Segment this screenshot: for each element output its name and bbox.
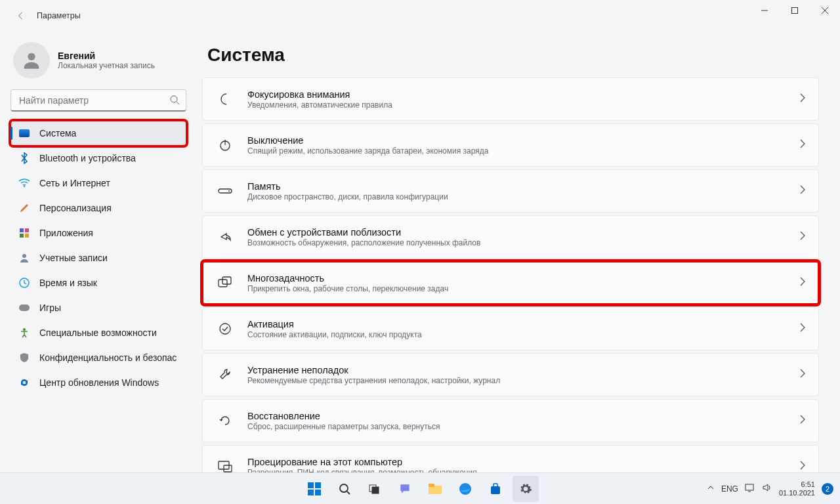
tile-power[interactable]: ВыключениеСпящий режим, использование за…	[202, 123, 819, 167]
clock[interactable]: 6:51 01.10.2021	[779, 480, 815, 497]
tile-subtitle: Уведомления, автоматические правила	[247, 100, 800, 110]
minimize-button[interactable]	[749, 0, 780, 21]
tile-subtitle: Разрешения, ПИН-код связывания, возможно…	[247, 468, 800, 473]
display-icon	[18, 127, 30, 139]
svg-line-30	[347, 492, 350, 494]
user-subtitle: Локальная учетная запись	[58, 61, 155, 70]
tile-recovery[interactable]: ВосстановлениеСброс, расширенные парамет…	[202, 399, 819, 442]
maximize-button[interactable]	[780, 0, 810, 21]
close-button[interactable]	[810, 0, 840, 21]
nav-label: Время и язык	[39, 278, 97, 288]
tile-title: Устранение неполадок	[247, 365, 800, 375]
tile-subtitle: Состояние активации, подписки, ключ прод…	[247, 330, 800, 339]
tile-subtitle: Дисковое пространство, диски, правила ко…	[247, 192, 800, 201]
nav-item-bluetooth[interactable]: Bluetooth и устройства	[10, 146, 186, 171]
svg-point-29	[340, 484, 348, 492]
nav-item-account[interactable]: Учетные записи	[10, 245, 186, 270]
svg-point-15	[23, 328, 26, 331]
nav-item-time[interactable]: Время и язык	[10, 270, 186, 295]
nav-label: Центр обновления Windows	[39, 377, 159, 388]
tray-chevron-icon[interactable]	[707, 484, 715, 494]
explorer-button[interactable]	[422, 476, 448, 502]
svg-point-19	[228, 190, 230, 192]
time-icon	[18, 277, 30, 289]
bluetooth-icon	[18, 152, 30, 164]
tile-multitask[interactable]: МногозадачностьПрикрепить окна, рабочие …	[202, 261, 819, 304]
edge-button[interactable]	[452, 476, 478, 502]
svg-rect-32	[372, 487, 379, 494]
nav-label: Приложения	[39, 228, 93, 238]
nav-item-games[interactable]: Игры	[10, 295, 186, 320]
power-icon	[216, 138, 234, 152]
chevron-right-icon	[800, 139, 805, 151]
window-title: Параметры	[37, 11, 81, 20]
svg-rect-37	[494, 484, 497, 487]
user-name: Евгений	[58, 51, 155, 61]
tile-storage[interactable]: ПамятьДисковое пространство, диски, прав…	[202, 169, 819, 213]
settings-button[interactable]	[513, 476, 539, 502]
nav-item-apps[interactable]: Приложения	[10, 220, 186, 245]
chevron-right-icon	[800, 185, 805, 197]
nav-item-privacy[interactable]: Конфиденциальность и безопас	[10, 345, 186, 370]
moon-icon	[216, 93, 234, 106]
tile-subtitle: Прикрепить окна, рабочие столы, переключ…	[247, 284, 800, 293]
avatar	[13, 42, 50, 79]
tile-share[interactable]: Обмен с устройствами поблизостиВозможнос…	[202, 215, 819, 259]
svg-point-4	[28, 53, 35, 60]
tile-moon[interactable]: Фокусировка вниманияУведомления, автомат…	[202, 77, 819, 121]
share-icon	[216, 230, 234, 243]
svg-rect-25	[308, 482, 314, 488]
window-controls	[749, 0, 840, 32]
nav-label: Сеть и Интернет	[39, 178, 110, 188]
tile-wrench[interactable]: Устранение неполадокРекомендуемые средст…	[202, 353, 819, 396]
apps-icon	[18, 227, 30, 239]
nav-label: Конфиденциальность и безопас	[39, 352, 177, 363]
taskbar-center	[301, 476, 539, 502]
tile-project[interactable]: Проецирование на этот компьютерРазрешени…	[202, 445, 819, 472]
tile-check[interactable]: АктивацияСостояние активации, подписки, …	[202, 307, 819, 350]
svg-rect-36	[491, 486, 500, 494]
back-button[interactable]	[10, 5, 32, 26]
volume-icon[interactable]	[762, 483, 772, 494]
svg-point-5	[171, 96, 177, 102]
svg-rect-38	[746, 484, 753, 490]
svg-point-12	[22, 254, 26, 258]
storage-icon	[216, 187, 234, 195]
brush-icon	[18, 202, 30, 214]
nav-item-brush[interactable]: Персонализация	[10, 196, 186, 220]
search-input[interactable]	[10, 89, 186, 112]
svg-rect-8	[20, 228, 24, 232]
nav-item-update[interactable]: Центр обновления Windows	[10, 370, 186, 395]
language-indicator[interactable]: ENG	[721, 484, 738, 494]
chevron-right-icon	[800, 415, 805, 427]
chevron-right-icon	[800, 93, 805, 105]
tile-title: Восстановление	[247, 411, 800, 421]
network-icon[interactable]	[745, 483, 755, 494]
nav-label: Система	[39, 128, 76, 138]
nav-item-accessibility[interactable]: Специальные возможности	[10, 320, 186, 345]
svg-rect-10	[20, 234, 24, 238]
notification-badge[interactable]: 2	[822, 483, 833, 495]
nav-item-wifi[interactable]: Сеть и Интернет	[10, 171, 186, 196]
search-icon	[169, 94, 180, 108]
svg-point-7	[24, 186, 25, 187]
tile-title: Обмен с устройствами поблизости	[247, 227, 800, 238]
nav-item-display[interactable]: Система	[10, 121, 186, 146]
task-view-button[interactable]	[362, 476, 388, 502]
svg-rect-14	[19, 304, 30, 311]
page-title: Система	[207, 45, 819, 66]
date: 01.10.2021	[779, 489, 815, 497]
user-profile[interactable]: Евгений Локальная учетная запись	[13, 42, 184, 79]
content-area[interactable]: Система Фокусировка вниманияУведомления,…	[197, 32, 840, 472]
svg-rect-11	[25, 234, 29, 238]
tile-title: Память	[247, 181, 800, 192]
chevron-right-icon	[800, 461, 805, 472]
tile-subtitle: Возможность обнаружения, расположение по…	[247, 238, 800, 247]
start-button[interactable]	[301, 476, 327, 502]
accessibility-icon	[18, 327, 30, 339]
chat-button[interactable]	[392, 476, 418, 502]
store-button[interactable]	[482, 476, 509, 502]
recovery-icon	[216, 414, 234, 427]
svg-rect-28	[315, 490, 321, 495]
taskbar-search-button[interactable]	[331, 476, 358, 502]
